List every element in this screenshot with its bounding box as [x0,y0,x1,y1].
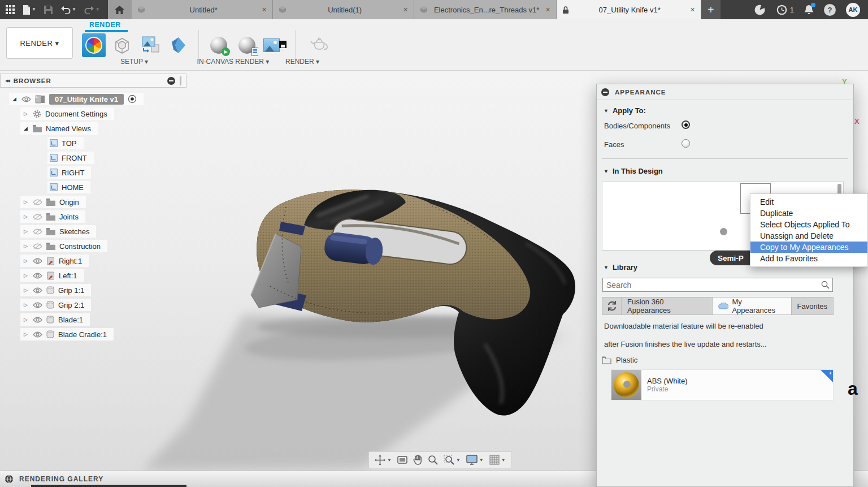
utility-knife-model[interactable] [130,170,588,471]
swatch-chrome-sphere[interactable] [604,217,635,247]
texture-map-controls-button[interactable] [167,33,190,57]
search-input[interactable] [603,281,821,290]
swatch-cream-cloth[interactable] [639,217,669,247]
in-this-design-section-header[interactable]: ▼ In This Design [604,167,663,175]
pan-button[interactable] [413,455,422,465]
job-status-button[interactable] [754,4,766,16]
apply-to-section-header[interactable]: ▼ Apply To: [604,106,646,115]
tab-fusion-360-appearances[interactable]: Fusion 360 Appearances [621,298,712,314]
tree-row-view-front[interactable]: FRONT [0,150,186,165]
tree-row-view-top[interactable]: TOP [0,136,186,150]
expand-icon[interactable]: ▷ [23,199,29,205]
tree-row-grip2[interactable]: ▷ Grip 2:1 [0,298,186,312]
material-abs-white[interactable]: ABS (White) Private + [611,369,834,400]
expand-icon[interactable]: ▷ [23,229,29,234]
eye-off-icon[interactable] [33,199,42,205]
collapse-panel-icon[interactable]: ◀◀ [5,79,9,83]
menu-item-select-objects-applied-to[interactable]: Select Objects Applied To [750,219,867,230]
file-menu-button[interactable]: ▼ [23,5,36,15]
render-button-disabled[interactable] [303,33,335,57]
workspace-selector-button[interactable]: RENDER ▾ [6,27,73,59]
tree-row-sketches[interactable]: ▷ Sketches [0,224,186,239]
refresh-button[interactable] [602,298,621,314]
scene-settings-button[interactable] [110,33,134,57]
swatch-white-cylinder[interactable] [673,217,704,247]
panel-minimize-icon[interactable] [601,88,609,96]
save-button[interactable] [44,6,53,14]
expand-icon[interactable]: ▷ [23,243,29,249]
tree-row-right-component[interactable]: ▷ Right:1 [0,253,186,268]
swatch-black-torus[interactable] [708,217,738,247]
home-tab[interactable] [108,0,132,19]
eye-off-icon[interactable] [33,229,42,235]
eye-off-icon[interactable] [33,214,42,220]
display-settings-button[interactable]: ▼ [466,455,484,465]
avatar[interactable]: AK [846,3,860,17]
tree-row-origin[interactable]: ▷ Origin [0,195,186,209]
eye-icon[interactable] [33,258,42,264]
in-canvas-render-group-label[interactable]: IN-CANVAS RENDER ▾ [186,58,280,66]
orbit-button[interactable]: ▼ [375,455,392,466]
tree-row-blade[interactable]: ▷ Blade:1 [0,312,186,327]
activate-radio-icon[interactable] [128,94,137,104]
tree-row-named-views[interactable]: ◢ Named Views [0,121,186,136]
tab-untitled[interactable]: Untitled* × [132,0,273,19]
tree-row-view-right[interactable]: RIGHT [0,165,186,180]
capture-image-button[interactable] [263,33,287,57]
zoom-button[interactable] [428,455,438,465]
menu-item-edit[interactable]: Edit [750,196,867,208]
tree-row-blade-cradle[interactable]: ▷ Blade Cradle:1 [0,327,186,342]
search-icon[interactable] [821,281,832,289]
app-launcher-button[interactable] [6,5,15,14]
tree-row-construction[interactable]: ▷ Construction [0,239,186,253]
expand-icon[interactable]: ▷ [23,317,29,322]
eye-icon[interactable] [21,96,31,102]
expand-icon[interactable]: ◢ [23,126,29,131]
expand-icon[interactable]: ▷ [23,331,29,337]
setup-group-label[interactable]: SETUP ▾ [107,58,161,66]
eye-icon[interactable] [33,331,42,338]
tab-favorites[interactable]: Favorites [791,298,833,314]
panel-grip[interactable] [180,76,181,85]
expand-icon[interactable]: ◢ [11,96,18,102]
expand-icon[interactable]: ▷ [23,273,29,278]
tab-electronics-threads[interactable]: Electronics_En...re_Threads v1* × [414,0,557,19]
contextual-tab-label[interactable]: RENDER [89,21,121,29]
close-icon[interactable]: × [546,5,550,14]
grid-layout-button[interactable]: ▼ [489,455,506,465]
root-component-label[interactable]: 07_Utility Knife v1 [49,94,124,105]
swatch-dark-cylinder[interactable] [671,183,702,214]
in-canvas-render-settings-button[interactable] [235,33,259,57]
menu-item-duplicate[interactable]: Duplicate [750,208,867,219]
tree-row-view-home[interactable]: HOME [0,180,186,195]
menu-item-add-to-favorites[interactable]: Add to Favorites [750,253,867,264]
tree-row-joints[interactable]: ▷ Joints [0,209,186,224]
notifications-button[interactable]: 1 [776,4,794,16]
help-button[interactable]: ? [824,4,836,16]
rendering-gallery-label[interactable]: RENDERING GALLERY [19,475,103,483]
render-group-label[interactable]: RENDER ▾ [277,58,328,66]
tree-row-left-component[interactable]: ▷ Left:1 [0,268,186,283]
close-icon[interactable]: × [262,5,267,14]
expand-icon[interactable]: ▷ [23,302,29,308]
look-at-button[interactable] [397,456,407,464]
tree-row-root[interactable]: ◢ 07_Utility Knife v1 [0,92,186,106]
menu-item-copy-to-my-appearances[interactable]: Copy to My Appearances [750,242,867,253]
tree-row-document-settings[interactable]: ▷ Document Settings [0,106,186,121]
eye-off-icon[interactable] [33,243,42,249]
close-icon[interactable]: × [691,5,695,14]
alerts-button[interactable] [804,5,814,15]
radio-faces[interactable] [682,139,690,148]
radio-bodies-components[interactable] [682,120,690,129]
eye-icon[interactable] [33,273,42,279]
tab-untitled-1[interactable]: Untitled(1) × [273,0,414,19]
expand-icon[interactable]: ▷ [23,214,29,219]
new-tab-button[interactable]: + [701,0,721,19]
menu-item-unassign-and-delete[interactable]: Unassign and Delete [750,230,867,242]
tab-my-appearances[interactable]: My Appearances [712,298,791,314]
in-canvas-render-button[interactable]: ▶ [207,33,231,57]
decal-button[interactable] [138,33,162,57]
tree-row-grip1[interactable]: ▷ Grip 1:1 [0,283,186,298]
undo-button[interactable]: ▼ [60,6,76,14]
expand-icon[interactable]: ▷ [23,258,29,264]
